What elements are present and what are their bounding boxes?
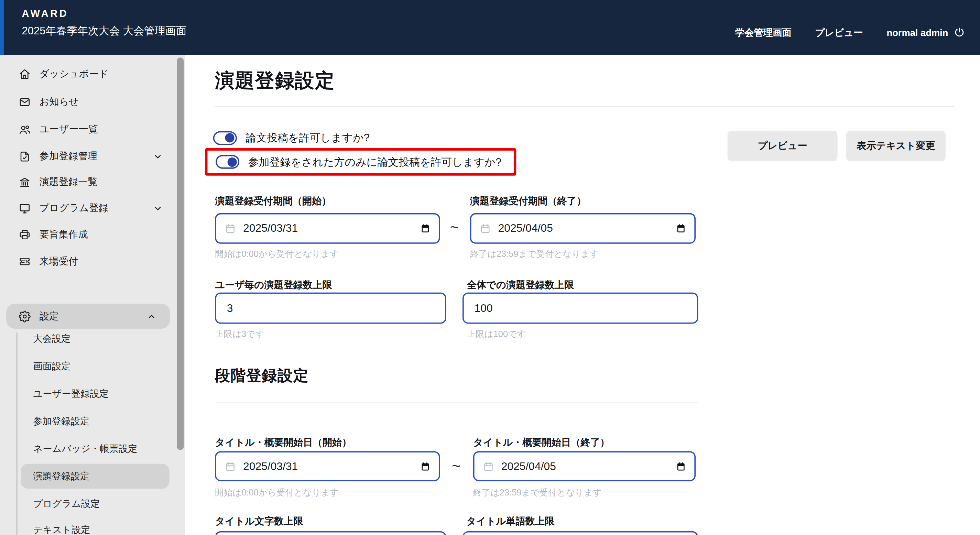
sidebar-item-label: 演題登録一覧 <box>40 175 98 188</box>
page-title: 演題登録設定 <box>215 67 335 94</box>
change-display-text-button[interactable]: 表示テキスト変更 <box>846 131 946 161</box>
divider <box>215 106 954 107</box>
sidebar-item-settings[interactable]: 設定 <box>6 304 170 329</box>
date-value: 2025/03/31 <box>243 222 298 235</box>
period-start-date-input[interactable]: 2025/03/31 <box>215 213 440 244</box>
document-check-icon <box>19 150 31 162</box>
title-word-limit-input[interactable] <box>463 531 698 535</box>
sidebar-item-participation[interactable]: 参加登録管理 <box>0 145 185 167</box>
toggle-knob <box>225 133 234 142</box>
sidebar-item-users[interactable]: ユーザー一覧 <box>0 118 185 141</box>
total-limit-label: 全体での演題登録数上限 <box>467 279 574 292</box>
section-title-staged-registration: 段階登録設定 <box>215 366 309 385</box>
chevron-down-icon[interactable] <box>153 204 162 213</box>
nav-preview[interactable]: プレビュー <box>815 27 863 38</box>
mail-icon <box>19 96 31 108</box>
toggle-label: 論文投稿を許可しますか? <box>245 131 370 145</box>
title-char-limit-input[interactable] <box>215 531 446 535</box>
date-value: 2025/04/05 <box>498 222 553 235</box>
sidebar-item-reception[interactable]: 来場受付 <box>0 250 185 272</box>
sidebar-subitem-text-settings[interactable]: テキスト設定 <box>0 519 185 535</box>
header-nav: 学会管理画面 プレビュー normal admin <box>735 10 965 55</box>
conference-title: 2025年春季年次大会 大会管理画面 <box>22 24 187 38</box>
sidebar-subitem-program-settings[interactable]: プログラム設定 <box>0 492 185 515</box>
sidebar-item-program[interactable]: プログラム登録 <box>0 197 185 219</box>
sidebar: ダッシュボード お知らせ ユーザー一覧 <box>0 55 185 535</box>
calendar-picker-icon[interactable] <box>676 224 686 233</box>
power-icon[interactable] <box>954 27 965 38</box>
period-end-helper: 終了は23:59まで受付となります <box>470 248 599 260</box>
sidebar-item-label: 参加登録管理 <box>40 150 98 162</box>
period-start-helper: 開始は0:00から受付となります <box>215 248 339 260</box>
sidebar-item-label: お知らせ <box>40 95 79 108</box>
ticket-icon <box>19 255 31 267</box>
sidebar-item-label: 来場受付 <box>40 255 78 268</box>
chevron-up-icon[interactable] <box>147 312 156 321</box>
nav-society-admin[interactable]: 学会管理画面 <box>735 27 792 38</box>
calendar-outline-icon <box>480 223 491 234</box>
title-start-helper: 開始は0:00から受付となります <box>215 487 339 499</box>
sidebar-item-label: ダッシュボード <box>40 67 109 80</box>
calendar-picker-icon[interactable] <box>676 462 686 471</box>
sidebar-subitem-badge-form-settings[interactable]: ネームバッジ・帳票設定 <box>0 437 185 460</box>
calendar-outline-icon <box>225 223 235 234</box>
sidebar-subitem-conference-settings[interactable]: 大会設定 <box>0 327 185 350</box>
tilde-separator: ~ <box>450 219 459 236</box>
calendar-picker-icon[interactable] <box>420 224 430 233</box>
sidebar-subitem-screen-settings[interactable]: 画面設定 <box>0 355 185 377</box>
total-limit-input[interactable]: 100 <box>463 293 698 324</box>
gear-icon <box>19 310 31 322</box>
toggle-knob <box>228 157 237 166</box>
input-value: 100 <box>464 301 493 315</box>
total-limit-helper: 上限は100です <box>467 329 526 340</box>
sidebar-item-abstract-book[interactable]: 要旨集作成 <box>0 223 185 245</box>
title-end-date-input[interactable]: 2025/04/05 <box>473 451 696 481</box>
calendar-outline-icon <box>225 461 235 471</box>
sidebar-subitem-abstract-registration-settings[interactable]: 演題登録設定 <box>21 464 170 489</box>
calendar-outline-icon <box>483 461 494 471</box>
main-content: 演題登録設定 論文投稿を許可しますか? 参加登録をされた方のみに論文投稿を許可し… <box>185 55 980 535</box>
title-word-limit-label: タイトル単語数上限 <box>466 515 554 528</box>
monitor-icon <box>19 202 31 214</box>
calendar-picker-icon[interactable] <box>420 462 430 471</box>
sidebar-item-news[interactable]: お知らせ <box>0 91 185 113</box>
sidebar-subitem-user-registration-settings[interactable]: ユーザー登録設定 <box>0 382 185 405</box>
sidebar-scrollbar[interactable] <box>177 57 184 450</box>
tilde-separator: ~ <box>452 457 460 475</box>
per-user-limit-helper: 上限は3です <box>215 329 264 340</box>
award-logo: AWARD <box>22 8 69 20</box>
allow-submission-toggle[interactable] <box>213 131 237 145</box>
date-value: 2025/04/05 <box>501 460 556 473</box>
chevron-down-icon[interactable] <box>153 151 162 161</box>
highlight-box: 参加登録をされた方のみに論文投稿を許可しますか? <box>205 148 516 176</box>
toggle-label: 参加登録をされた方のみに論文投稿を許可しますか? <box>248 155 502 169</box>
header-accent-stripe <box>0 0 4 55</box>
user-menu[interactable]: normal admin <box>887 27 965 38</box>
printer-icon <box>19 228 31 240</box>
users-icon <box>19 123 31 135</box>
per-user-limit-label: ユーザ毎の演題登録数上限 <box>215 279 332 292</box>
sidebar-item-abstract-list[interactable]: 演題登録一覧 <box>0 170 185 193</box>
user-name: normal admin <box>887 27 948 38</box>
title-end-helper: 終了は23:59まで受付となります <box>473 487 602 499</box>
sidebar-item-label: 設定 <box>40 310 59 323</box>
period-end-date-input[interactable]: 2025/04/05 <box>470 213 696 244</box>
title-start-label: タイトル・概要開始日（開始） <box>215 436 352 449</box>
sidebar-subitem-participation-settings[interactable]: 参加登録設定 <box>0 410 185 432</box>
preview-button[interactable]: プレビュー <box>728 131 838 161</box>
bank-icon <box>19 176 31 188</box>
sidebar-item-label: プログラム登録 <box>40 202 109 215</box>
divider <box>215 403 698 403</box>
input-value: 3 <box>216 301 233 315</box>
title-start-date-input[interactable]: 2025/03/31 <box>215 451 440 481</box>
sidebar-item-dashboard[interactable]: ダッシュボード <box>0 62 185 85</box>
sidebar-item-label: ユーザー一覧 <box>40 123 98 136</box>
home-icon <box>19 68 31 80</box>
per-user-limit-input[interactable]: 3 <box>215 293 446 324</box>
toggle-row-allow-submission: 論文投稿を許可しますか? <box>213 131 370 145</box>
registered-only-toggle[interactable] <box>216 155 239 169</box>
period-end-label: 演題登録受付期間（終了） <box>470 195 586 208</box>
period-start-label: 演題登録受付期間（開始） <box>215 195 331 208</box>
screen: AWARD 2025年春季年次大会 大会管理画面 学会管理画面 プレビュー no… <box>0 0 980 535</box>
title-end-label: タイトル・概要開始日（終了） <box>473 436 610 449</box>
